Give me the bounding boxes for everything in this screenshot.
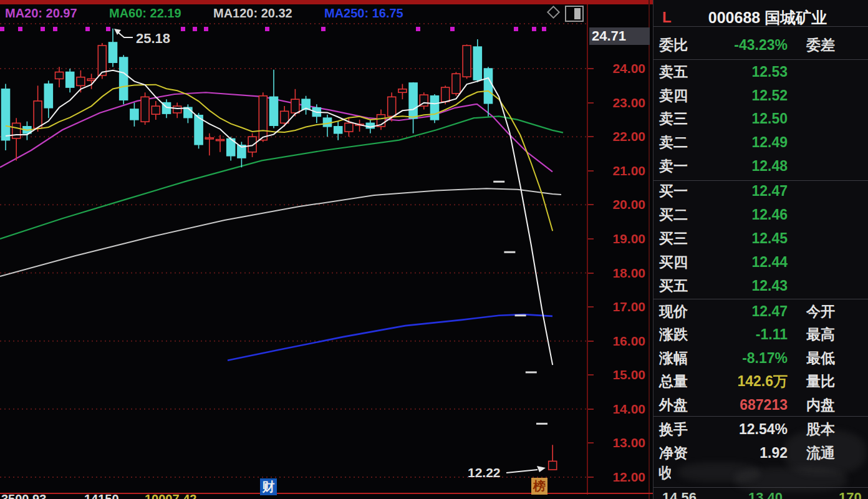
ask-row-2: 卖二12.49 — [653, 130, 868, 154]
kline-svg[interactable]: 25.1812.22 — [0, 4, 587, 499]
candle-up — [98, 46, 106, 75]
divider — [653, 487, 868, 488]
candle-up — [173, 106, 181, 113]
axis-price-label: 16.00 — [612, 334, 645, 349]
ma250-line — [228, 314, 552, 361]
stat-label: 净资 — [659, 441, 688, 465]
clipped-quote-value: 14.56 — [662, 490, 697, 499]
ask-label: 卖五 — [659, 60, 688, 84]
bid-price[interactable]: 12.43 — [751, 274, 788, 298]
axis-tick — [588, 204, 594, 205]
stat-rlabel: 今开 — [806, 299, 835, 323]
candle-down — [431, 96, 439, 120]
candle-up — [441, 87, 450, 102]
candle-up — [398, 89, 407, 92]
ma-legend-row: MA20: 20.97MA60: 22.19MA120: 20.32MA250:… — [0, 6, 587, 22]
stat-rlabel: 最高 — [806, 322, 835, 346]
stat-value: -1.11 — [756, 322, 788, 346]
candle-up — [87, 79, 95, 80]
axis-price-label: 13.00 — [612, 435, 645, 450]
axis-crosshair-value: 24.71 — [589, 27, 650, 45]
candle-down — [485, 69, 493, 104]
stat-row-price: 现价12.47今开 — [653, 299, 868, 323]
ask-price[interactable]: 12.52 — [751, 84, 788, 107]
one-price-day-dash — [515, 314, 526, 316]
axis-tick — [588, 136, 594, 137]
bid-label: 买四 — [659, 250, 688, 274]
signal-dot — [181, 27, 185, 31]
candle-up — [452, 74, 460, 94]
stat-label: 涨幅 — [659, 346, 688, 370]
clipped-bottom-row: 14.5613.40170 — [653, 490, 868, 499]
signal-dot — [204, 27, 208, 31]
signal-dot — [106, 27, 110, 31]
ask-price[interactable]: 12.48 — [751, 154, 788, 178]
candle-down — [130, 109, 138, 120]
bid-row-3: 买三12.45 — [653, 226, 868, 250]
panel-toggle-bar — [574, 8, 581, 19]
bottom-index-ticker-clipped: 3500.931415010007.42 — [0, 492, 262, 499]
stat-row-volume: 总量142.6万量比 — [653, 369, 868, 393]
trading-terminal: 25.1812.22 MA20: 20.97MA60: 22.19MA120: … — [0, 0, 868, 499]
ask-row-4: 卖四12.52 — [653, 84, 868, 107]
axis-price-label: 17.00 — [612, 299, 645, 314]
ma-legend-label: MA120: 20.32 — [213, 6, 292, 21]
bid-price[interactable]: 12.44 — [751, 250, 788, 274]
stat-row-changepct: 涨幅-8.17%最低 — [653, 346, 868, 370]
candle-up — [77, 77, 85, 86]
signal-dot — [41, 27, 45, 31]
axis-tick — [588, 102, 594, 104]
bid-row-2: 买二12.46 — [653, 203, 868, 226]
candle-up — [205, 138, 213, 139]
low-arrowhead — [537, 466, 546, 472]
candle-up — [216, 140, 224, 141]
axis-tick — [588, 409, 594, 410]
stat-value: 12.47 — [751, 299, 788, 323]
blur-smudge — [784, 430, 866, 474]
stat-rlabel: 量比 — [806, 369, 835, 393]
candle-down — [184, 107, 192, 117]
candle-up — [12, 123, 21, 138]
candle-up — [248, 137, 256, 152]
bid-price[interactable]: 12.46 — [751, 203, 788, 226]
candle-down — [120, 57, 128, 100]
stat-label: 涨跌 — [659, 322, 688, 346]
low-annotation: 12.22 — [468, 465, 501, 480]
ma60-line — [0, 116, 563, 238]
stat-value: 12.54% — [739, 417, 788, 441]
ask-price[interactable]: 12.50 — [751, 107, 788, 130]
ask-price[interactable]: 12.49 — [751, 130, 788, 154]
signal-dot — [416, 27, 420, 31]
signal-dot — [85, 27, 90, 31]
candle-down — [109, 42, 117, 62]
ask-row-5: 卖五12.53 — [653, 60, 868, 84]
ma-legend-label: MA60: 22.19 — [109, 6, 181, 21]
stat-value: 1.92 — [760, 441, 788, 465]
candle-down — [473, 47, 481, 80]
signal-dot — [321, 27, 326, 31]
signal-dot — [18, 27, 22, 31]
cai-badge[interactable]: 财 — [260, 478, 277, 495]
bid-price[interactable]: 12.45 — [751, 226, 788, 250]
weibi-value: -43.23% — [734, 33, 788, 57]
signal-dot — [532, 27, 536, 31]
ask-price[interactable]: 12.53 — [751, 60, 788, 84]
axis-tick — [588, 442, 594, 443]
panel-toggle-icon[interactable] — [565, 6, 584, 22]
axis-price-label: 14.00 — [612, 402, 645, 417]
candle-up — [141, 97, 149, 122]
signal-dot — [0, 27, 4, 31]
candle-down — [66, 72, 74, 87]
candle-down — [334, 127, 342, 133]
bang-badge[interactable]: 榜 — [531, 478, 547, 495]
ask-row-1: 卖一12.48 — [653, 154, 868, 178]
divider — [653, 416, 868, 417]
kline-chart-pane[interactable]: 25.1812.22 MA20: 20.97MA60: 22.19MA120: … — [0, 4, 587, 499]
bid-label: 买三 — [659, 226, 688, 250]
bid-price[interactable]: 12.47 — [751, 179, 788, 203]
candle-up — [388, 97, 396, 116]
one-price-day-dash — [526, 371, 537, 373]
index-ticker-value: 10007.42 — [145, 492, 196, 499]
weibi-row: 委比 -43.23% 委差 — [653, 33, 868, 57]
candle-down — [409, 83, 417, 119]
